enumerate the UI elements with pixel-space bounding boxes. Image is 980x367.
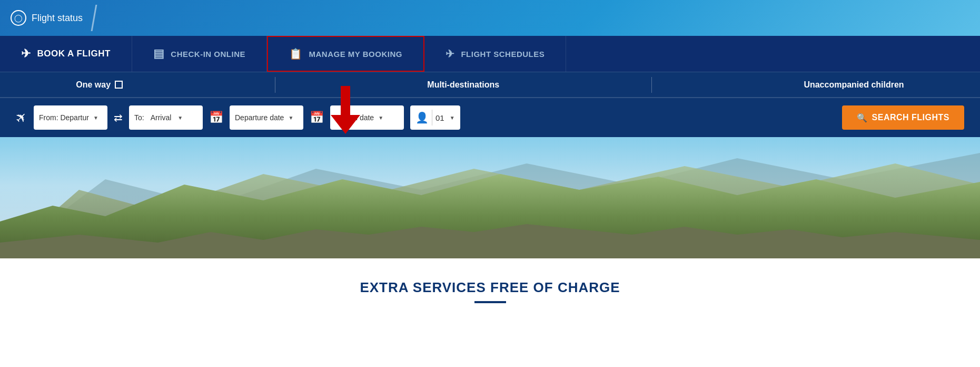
arrow-body	[341, 86, 350, 115]
top-bar: ◯ Flight status	[0, 0, 980, 36]
from-plane-icon: ✈	[12, 108, 31, 127]
to-value: Arrival	[151, 113, 172, 122]
top-bar-divider	[91, 5, 97, 31]
passenger-count: 01	[435, 113, 444, 122]
passenger-dropdown-arrow: ▼	[450, 115, 455, 121]
one-way-label: One way	[76, 80, 111, 90]
sub-nav-divider-2	[651, 77, 652, 93]
barcode-icon: ▤	[153, 47, 165, 61]
nav-bar: ✈ BOOK A FLIGHT ▤ CHECK-IN ONLINE 📋 MANA…	[0, 36, 980, 72]
search-flights-label: SEARCH FLIGHTS	[872, 113, 949, 122]
from-dropdown-arrow: ▼	[93, 115, 98, 121]
extra-services-section: EXTRA SERVICES FREE OF CHARGE	[0, 258, 980, 314]
hero-image	[0, 137, 980, 258]
search-icon: 🔍	[857, 113, 868, 123]
sub-nav-one-way[interactable]: One way	[76, 80, 123, 90]
nav-item-flight-schedules[interactable]: ✈ FLIGHT SCHEDULES	[424, 36, 566, 72]
departure-date-field[interactable]: Departure date ▼	[230, 105, 303, 130]
from-field[interactable]: From: Departur ▼	[34, 105, 107, 130]
flight-status-label: Flight status	[32, 13, 83, 24]
mountain-svg	[0, 137, 980, 258]
sub-nav-multi-destinations[interactable]: Multi-destinations	[427, 80, 499, 90]
nav-item-manage-booking[interactable]: 📋 MANAGE MY BOOKING	[267, 36, 424, 72]
to-dropdown-arrow: ▼	[177, 115, 183, 121]
passenger-field-divider	[432, 110, 432, 125]
nav-manage-booking-label: MANAGE MY BOOKING	[309, 50, 402, 59]
departure-dropdown-arrow: ▼	[288, 115, 293, 121]
clipboard-icon: 📋	[289, 47, 303, 60]
nav-item-check-in[interactable]: ▤ CHECK-IN ONLINE	[132, 36, 267, 72]
sub-nav: One way Multi-destinations Unaccompanied…	[0, 72, 980, 98]
from-label: From: Departur	[39, 113, 89, 122]
annotation-arrow	[331, 86, 360, 134]
search-flights-button[interactable]: 🔍 SEARCH FLIGHTS	[842, 105, 964, 130]
extra-services-title: EXTRA SERVICES FREE OF CHARGE	[11, 279, 969, 296]
clock-icon: ◯	[11, 10, 26, 26]
departure-calendar-icon: 📅	[209, 111, 223, 124]
extra-services-underline	[474, 301, 506, 303]
nav-item-book-flight[interactable]: ✈ BOOK A FLIGHT	[0, 36, 132, 72]
return-calendar-icon: 📅	[310, 111, 324, 124]
to-field[interactable]: To: Arrival ▼	[129, 105, 203, 130]
nav-flight-schedules-label: FLIGHT SCHEDULES	[461, 50, 545, 59]
multi-destinations-label: Multi-destinations	[427, 80, 499, 90]
sub-nav-divider-1	[275, 77, 275, 93]
arrow-head	[331, 115, 360, 134]
unaccompanied-children-label: Unaccompanied children	[804, 80, 904, 90]
transfer-icon: ⇄	[114, 111, 123, 124]
nav-book-flight-label: BOOK A FLIGHT	[37, 49, 111, 59]
passenger-field[interactable]: 👤 01 ▼	[410, 105, 460, 130]
passenger-icon: 👤	[415, 111, 429, 124]
search-bar: ✈ From: Departur ▼ ⇄ To: Arrival ▼ 📅 Dep…	[0, 98, 980, 137]
return-dropdown-arrow: ▼	[378, 115, 383, 121]
to-label: To:	[134, 113, 144, 122]
one-way-checkbox[interactable]	[115, 81, 123, 89]
departure-date-label: Departure date	[235, 113, 284, 122]
plane-schedules-icon: ✈	[446, 47, 455, 60]
sub-nav-unaccompanied-children[interactable]: Unaccompanied children	[804, 80, 904, 90]
flight-status-link[interactable]: ◯ Flight status	[11, 10, 83, 26]
nav-check-in-label: CHECK-IN ONLINE	[171, 50, 245, 59]
plane-nav-icon: ✈	[21, 47, 31, 61]
